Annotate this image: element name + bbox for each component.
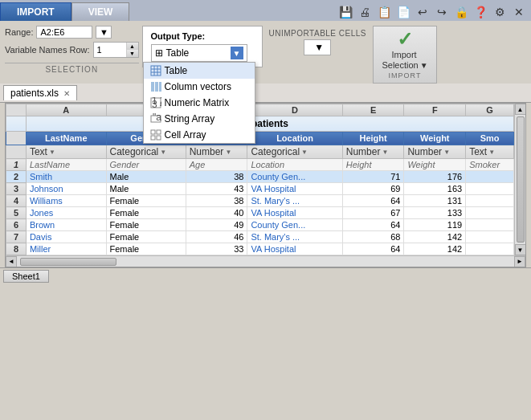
v-scroll-thumb[interactable] [517,116,525,243]
cell-7-c[interactable]: 46 [186,231,247,243]
cell-2-e[interactable]: 71 [342,171,404,183]
cell-8-e[interactable]: 64 [342,243,404,255]
cell-8-g[interactable] [466,243,514,255]
cell-7-a[interactable]: Davis [26,231,106,243]
cell-6-b[interactable]: Female [106,219,186,231]
cell-6-c[interactable]: 49 [186,219,247,231]
cell-1-b[interactable]: Gender [106,159,186,171]
tab-import[interactable]: IMPORT [0,2,71,21]
import-button[interactable]: ✓ Import Selection ▼ IMPORT [373,26,437,84]
h-scroll-bar[interactable]: ◄ ► [6,255,525,267]
scroll-up-btn[interactable]: ▲ [515,104,526,115]
print-icon[interactable]: 🖨 [356,3,374,21]
cell-4-b[interactable]: Female [106,195,186,207]
cell-1-g[interactable]: Smoker [466,159,514,171]
cell-2-c[interactable]: 38 [186,171,247,183]
range-dropdown[interactable]: ▼ [96,26,112,39]
save-icon[interactable]: 💾 [337,3,354,21]
type-gender[interactable]: Categorical▼ [106,145,186,159]
spinner-down[interactable]: ▼ [127,50,138,57]
cell-4-e[interactable]: 64 [342,195,404,207]
close-icon[interactable]: ✕ [510,3,528,21]
cell-6-e[interactable]: 64 [342,219,404,231]
cell-5-g[interactable] [466,207,514,219]
cell-1-a[interactable]: LastName [26,159,106,171]
type-weight[interactable]: Number▼ [404,145,466,159]
cell-8-c[interactable]: 33 [186,243,247,255]
cell-4-c[interactable]: 38 [186,195,247,207]
varnames-input[interactable] [94,43,126,57]
cell-3-d[interactable]: VA Hospital [247,183,342,195]
type-location[interactable]: Categorical▼ [247,145,342,159]
cell-5-b[interactable]: Female [106,207,186,219]
cell-7-e[interactable]: 68 [342,231,404,243]
spinner-up[interactable]: ▲ [127,43,138,50]
redo-icon[interactable]: ↪ [433,3,451,21]
dropdown-item-string[interactable]: "ab" String Array [144,111,255,127]
cell-8-d[interactable]: VA Hospital [247,243,342,255]
scroll-down-btn[interactable]: ▼ [515,244,526,255]
cell-4-f[interactable]: 131 [404,195,466,207]
cell-2-d[interactable]: County Gen... [247,171,342,183]
cell-6-g[interactable] [466,219,514,231]
range-input[interactable] [36,26,92,39]
dropdown-item-table[interactable]: Table [144,63,255,79]
scroll-left-btn[interactable]: ◄ [6,256,17,267]
paste-icon[interactable]: 📄 [394,3,412,21]
cell-8-f[interactable]: 142 [404,243,466,255]
cell-3-g[interactable] [466,183,514,195]
type-smoker[interactable]: Text▼ [466,145,514,159]
cell-2-f[interactable]: 176 [404,171,466,183]
cell-5-c[interactable]: 40 [186,207,247,219]
cell-3-a[interactable]: Johnson [26,183,106,195]
cell-7-f[interactable]: 142 [404,231,466,243]
lock-icon[interactable]: 🔒 [452,3,470,21]
cell-6-f[interactable]: 119 [404,219,466,231]
help-icon[interactable]: ❓ [472,3,489,21]
cell-6-d[interactable]: County Gen... [247,219,342,231]
h-scroll-thumb[interactable] [20,258,116,266]
settings-icon[interactable]: ⚙ [491,3,509,21]
scroll-right-btn[interactable]: ► [514,256,525,267]
cell-5-a[interactable]: Jones [26,207,106,219]
dropdown-item-col-vectors[interactable]: Column vectors [144,79,255,95]
cell-4-a[interactable]: Williams [26,195,106,207]
cell-3-b[interactable]: Male [106,183,186,195]
file-tab-close[interactable]: ✕ [63,89,70,98]
cell-2-a[interactable]: Smith [26,171,106,183]
sheet-tab-1[interactable]: Sheet1 [3,270,49,283]
cell-6-a[interactable]: Brown [26,219,106,231]
cell-1-c[interactable]: Age [186,159,247,171]
v-scroll-bar[interactable]: ▲ ▼ [514,104,525,255]
copy-icon[interactable]: 📋 [375,3,393,21]
cell-5-f[interactable]: 133 [404,207,466,219]
dropdown-item-numeric[interactable]: 1 2 3 4 Numeric Matrix [144,95,255,111]
unimportable-dropdown[interactable]: ▼ [304,39,331,55]
file-tab[interactable]: patients.xls ✕ [3,85,77,100]
cell-2-g[interactable] [466,171,514,183]
output-type-dropdown[interactable]: ⊞ Table ▼ [151,44,247,62]
cell-7-d[interactable]: St. Mary's ... [247,231,342,243]
cell-4-d[interactable]: St. Mary's ... [247,195,342,207]
output-type-arrow[interactable]: ▼ [231,47,243,59]
cell-1-e[interactable]: Height [342,159,404,171]
cell-2-b[interactable]: Male [106,171,186,183]
type-lastname[interactable]: Text▼ [26,145,106,159]
cell-8-a[interactable]: Miller [26,243,106,255]
cell-8-b[interactable]: Female [106,243,186,255]
cell-4-g[interactable] [466,195,514,207]
cell-3-e[interactable]: 69 [342,183,404,195]
type-age[interactable]: Number▼ [186,145,247,159]
cell-1-d[interactable]: Location [247,159,342,171]
cell-7-g[interactable] [466,231,514,243]
cell-5-d[interactable]: VA Hospital [247,207,342,219]
cell-3-c[interactable]: 43 [186,183,247,195]
cell-7-b[interactable]: Female [106,231,186,243]
dropdown-item-cell[interactable]: Cell Array [144,127,255,143]
cell-3-f[interactable]: 163 [404,183,466,195]
cell-1-f[interactable]: Weight [404,159,466,171]
cell-5-e[interactable]: 67 [342,207,404,219]
tab-view[interactable]: VIEW [71,2,130,21]
undo-icon[interactable]: ↩ [414,3,431,21]
type-height[interactable]: Number▼ [342,145,404,159]
